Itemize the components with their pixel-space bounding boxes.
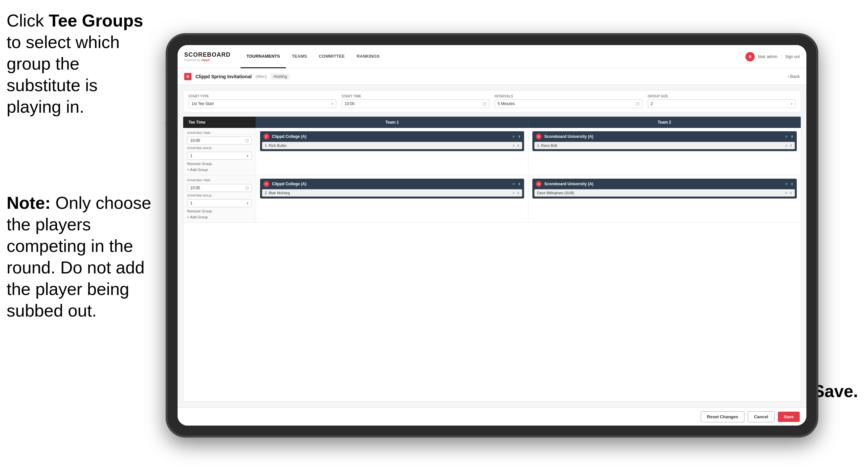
back-button[interactable]: ‹ Back [787,74,800,79]
table-row: STARTING TIME: 10:00 🕐 STARTING HOLE: 1 … [183,128,801,175]
team-card-header-2a: C Clippd College (A) ✕ ⬍ [260,179,524,189]
team-badge-1a: C [264,134,269,140]
team-card-header-2b: S Scoreboard University (A) ✕ ⬍ [532,179,797,189]
nav-rankings[interactable]: RANKINGS [350,45,385,68]
expand-icon-3[interactable]: ⬍ [518,182,521,186]
close-icon[interactable]: ✕ [512,135,515,139]
navbar-user: blair admin [758,54,778,59]
close-icon-player-4[interactable]: ✕ [785,191,787,195]
clock-icon-4: 🕐 [245,186,249,190]
group-size-label: Group Size [648,94,796,98]
clock-icon: 🕐 [483,102,486,106]
main-content: Start Type 1st Tee Start ▾ Start Time 10… [178,85,806,407]
expand-icon-4[interactable]: ⬍ [790,182,794,186]
nav-teams[interactable]: TEAMS [286,45,313,68]
team-card-2a: C Clippd College (A) ✕ ⬍ 2. Blair McHarg [260,179,524,199]
player-row-1b1: 1. Rees Britt ✕ ⬍ [534,142,795,149]
remove-group-button-2[interactable]: Remove Group [187,209,252,213]
group-size-field: Group Size 2 ▾ [648,94,796,108]
instruction-suffix: to select which group the substitute is … [7,32,120,116]
close-icon-player[interactable]: ✕ [512,144,515,147]
hosting-tag: Hosting [271,74,290,80]
sub-header-badge: B [184,73,191,80]
reset-changes-button[interactable]: Reset Changes [701,411,744,422]
group-size-select[interactable]: 2 ▾ [648,99,796,108]
intervals-select[interactable]: 5 Minutes 🕐 [495,99,642,108]
start-config: Start Type 1st Tee Start ▾ Start Time 10… [183,90,801,112]
group-controls-1: STARTING TIME: 10:00 🕐 STARTING HOLE: 1 … [183,128,256,175]
close-icon-player-2[interactable]: ✕ [785,144,787,147]
player-name-2a1: 2. Blair McHarg [265,191,512,195]
team-name-2b: Scoreboard University (A) [544,182,782,186]
start-type-select[interactable]: 1st Tee Start ▾ [188,99,336,108]
col-team2: Team 2 [528,117,801,128]
team-name-1b: Scoreboard University (A) [544,134,782,139]
player-row-2b1: Dave Billingham (SUB) ✕ ⬍ [534,189,795,197]
table-row: STARTING TIME: 10:05 🕐 STARTING HOLE: 1 … [183,175,801,223]
intervals-field: Intervals 5 Minutes 🕐 [495,94,642,108]
start-time-label: Start Time [342,94,489,98]
team2-cell-2: S Scoreboard University (A) ✕ ⬍ Dave Bil… [528,175,801,223]
team-name-2a: Clippd College (A) [272,182,509,186]
close-icon-4[interactable]: ✕ [785,182,788,186]
spinner-icon-2: ⬍ [246,202,249,205]
table-header: Tee Time Team 1 Team 2 [183,117,801,128]
starting-hole-input-2[interactable]: 1 ⬍ [187,199,252,207]
table-body: STARTING TIME: 10:00 🕐 STARTING HOLE: 1 … [183,128,801,402]
logo-scoreboard: SCOREBOARD [184,51,230,58]
team-actions-1b: ✕ ⬍ [785,135,794,139]
team-actions-2a: ✕ ⬍ [512,182,521,186]
team-card-1b: S Scoreboard University (A) ✕ ⬍ 1. Rees … [532,131,797,151]
cancel-button[interactable]: Cancel [748,411,775,422]
team-card-1a: C Clippd College (A) ✕ ⬍ 1. Rich Butler [260,131,524,151]
starting-time-input-1[interactable]: 10:00 🕐 [187,137,252,145]
tournament-title: Clippd Spring Invitational [195,74,252,79]
add-group-button-1[interactable]: + Add Group [187,168,252,172]
navbar-right: B blair admin | Sign out [745,52,800,61]
player-row-1a1: 1. Rich Butler ✕ ⬍ [262,142,522,149]
player-name-1b1: 1. Rees Britt [537,144,785,147]
team1-cell-1: C Clippd College (A) ✕ ⬍ 1. Rich Butler [256,128,528,175]
nav-tournaments[interactable]: TOURNAMENTS [241,45,286,68]
intervals-label: Intervals [495,94,642,98]
remove-group-button-1[interactable]: Remove Group [187,162,252,166]
team-card-header-1b: S Scoreboard University (A) ✕ ⬍ [532,131,797,142]
save-button[interactable]: Save [778,412,800,422]
col-tee-time: Tee Time [183,117,256,128]
team1-cell-2: C Clippd College (A) ✕ ⬍ 2. Blair McHarg [256,175,528,223]
starting-hole-label-2: STARTING HOLE: [187,194,252,197]
expand-icon-player[interactable]: ⬍ [517,144,520,147]
sign-out-link[interactable]: Sign out [785,54,800,59]
starting-time-input-2[interactable]: 10:05 🕐 [187,184,252,192]
bottom-bar: Reset Changes Cancel Save [178,407,806,426]
player-row-2a1: 2. Blair McHarg ✕ ⬍ [262,189,522,197]
team-name-1a: Clippd College (A) [272,134,509,139]
starting-time-label-1: STARTING TIME: [187,131,252,135]
team-actions-1a: ✕ ⬍ [512,135,521,139]
starting-hole-input-1[interactable]: 1 ⬍ [187,152,252,160]
expand-icon-player-3[interactable]: ⬍ [517,191,520,195]
navbar: SCOREBOARD Powered by clippd TOURNAMENTS… [178,45,806,68]
instruction-prefix: Click [7,11,49,30]
expand-icon[interactable]: ⬍ [518,135,521,139]
expand-icon-2[interactable]: ⬍ [790,135,794,139]
starting-time-label-2: STARTING TIME: [187,179,252,182]
player-actions-2a1: ✕ ⬍ [512,191,520,195]
navbar-avatar: B [745,52,755,61]
add-group-button-2[interactable]: + Add Group [187,215,252,219]
instruction-note: Note: Only choose the players competing … [7,192,166,321]
expand-icon-player-4[interactable]: ⬍ [789,191,792,195]
col-team1: Team 1 [256,117,528,128]
tablet-frame: SCOREBOARD Powered by clippd TOURNAMENTS… [166,33,818,438]
sub-header: B Clippd Spring Invitational (Men) Hosti… [178,68,806,85]
start-time-select[interactable]: 10:00 🕐 [342,99,489,108]
close-icon-player-3[interactable]: ✕ [512,191,515,195]
player-actions-1a1: ✕ ⬍ [512,144,520,147]
expand-icon-player-2[interactable]: ⬍ [789,144,792,147]
close-icon-3[interactable]: ✕ [512,182,515,186]
logo-powered: Powered by clippd [184,58,230,62]
nav-committee[interactable]: COMMITTEE [313,45,350,68]
close-icon-2[interactable]: ✕ [785,135,788,139]
chevron-down-icon-2: ▾ [791,102,793,106]
group-controls-2: STARTING TIME: 10:05 🕐 STARTING HOLE: 1 … [183,175,256,223]
